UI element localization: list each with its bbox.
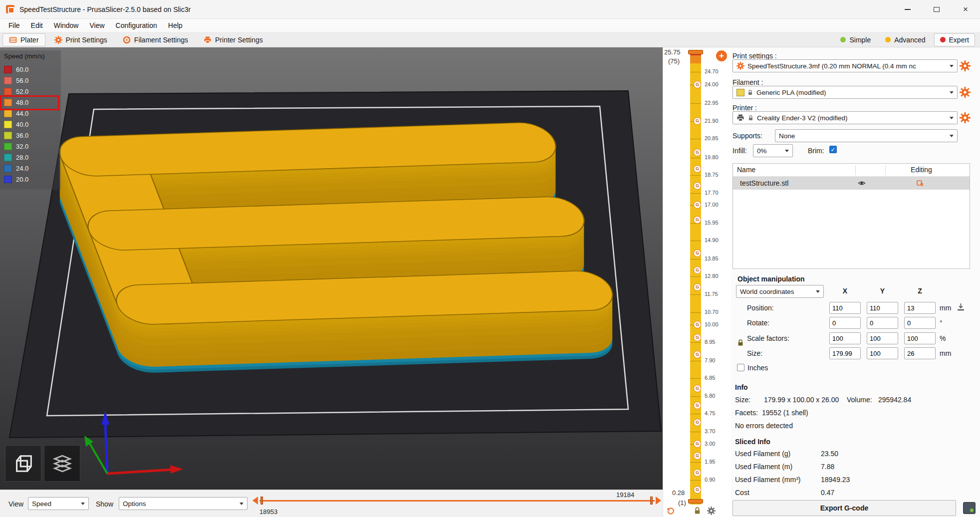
gcode-marker[interactable]: G [694, 469, 701, 477]
moves-slider-lower-handle[interactable] [260, 497, 263, 505]
position-y-input[interactable] [867, 302, 898, 314]
gcode-marker[interactable]: G [694, 117, 701, 125]
infill-select[interactable]: 0% [753, 144, 793, 157]
layer-slider-bottom-height: 0.28 [672, 489, 685, 497]
printer-icon [736, 114, 744, 122]
gcode-marker[interactable]: G [694, 321, 701, 328]
gcode-marker[interactable]: G [694, 385, 701, 392]
menu-edit[interactable]: Edit [25, 19, 48, 31]
eye-icon[interactable] [858, 179, 866, 187]
scale-x-input[interactable] [829, 332, 861, 344]
layer-tick [690, 193, 701, 194]
print-settings-label: Print settings : [733, 52, 777, 60]
supports-select[interactable]: None [775, 129, 958, 142]
print-settings-select[interactable]: SpeedTestStructure.3mf (0.20 mm NORMAL (… [733, 59, 958, 72]
layer-tick-label: 14.90 [705, 237, 719, 243]
show-select[interactable]: Options [119, 497, 247, 510]
mode-advanced-button[interactable]: Advanced [879, 33, 931, 46]
close-button[interactable]: × [951, 0, 980, 18]
menu-window[interactable]: Window [48, 19, 84, 31]
inches-checkbox[interactable] [737, 364, 744, 371]
menu-help[interactable]: Help [163, 19, 188, 31]
rotate-unit: ° [940, 319, 943, 327]
slider-settings-gear-icon[interactable] [707, 507, 716, 515]
layer-tick-label: 7.90 [705, 357, 715, 363]
print-settings-icon [54, 36, 62, 44]
gcode-marker[interactable]: G [694, 334, 701, 341]
export-gcode-button[interactable]: Export G-code [733, 500, 956, 516]
size-y-input[interactable] [867, 347, 898, 359]
layer-slider-lower-handle[interactable] [688, 499, 703, 504]
mode-simple-button[interactable]: Simple [834, 33, 877, 46]
right-panel: Print settings : SpeedTestStructure.3mf … [731, 47, 980, 517]
gcode-marker[interactable]: G [694, 440, 701, 448]
size-z-input[interactable] [904, 347, 936, 359]
drop-to-bed-icon[interactable] [957, 303, 965, 311]
view-select[interactable]: Speed [28, 497, 89, 510]
gcode-marker[interactable]: G [694, 452, 701, 460]
legend-value: 52.0 [16, 88, 28, 95]
rotate-y-input[interactable] [867, 317, 898, 329]
undo-icon[interactable] [666, 507, 675, 516]
gcode-marker[interactable]: G [694, 351, 701, 358]
gcode-marker[interactable]: G [694, 165, 701, 173]
tab-print-settings[interactable]: Print Settings [48, 33, 114, 46]
printer-select[interactable]: Creality Ender-3 V2 (modified) [733, 111, 958, 124]
gcode-marker[interactable]: G [694, 201, 701, 209]
tab-filament-settings[interactable]: Filament Settings [116, 33, 195, 46]
chevron-down-icon [950, 65, 954, 67]
preview-view-button[interactable] [44, 445, 80, 482]
layer-slider-upper-handle[interactable] [688, 50, 703, 54]
filament-color-swatch [736, 89, 744, 96]
tab-printer-settings[interactable]: Printer Settings [197, 33, 269, 46]
gcode-marker[interactable]: G [694, 419, 701, 426]
moves-slider-track[interactable] [259, 500, 655, 502]
gcode-marker[interactable]: G [694, 402, 701, 409]
rotate-z-input[interactable] [904, 317, 936, 329]
status-icon [963, 502, 976, 514]
position-x-input[interactable] [829, 302, 861, 314]
scale-y-input[interactable] [867, 332, 898, 344]
tab-plater[interactable]: Plater [2, 33, 45, 46]
lock-icon [747, 89, 753, 96]
menu-view[interactable]: View [84, 19, 110, 31]
uniform-scale-lock-icon[interactable] [736, 339, 744, 347]
scale-z-input[interactable] [904, 332, 936, 344]
size-x-input[interactable] [829, 347, 861, 359]
gcode-marker[interactable]: G [694, 216, 701, 224]
edit-object-icon[interactable] [917, 179, 925, 187]
rotate-x-input[interactable] [829, 317, 861, 329]
layer-tick-label: 1.95 [705, 459, 715, 465]
brim-checkbox[interactable]: ✓ [829, 146, 837, 153]
legend-item: 20.0 [4, 174, 61, 185]
object-row[interactable]: testStructure.stl [733, 177, 970, 190]
printer-gear-button[interactable] [960, 112, 971, 123]
position-z-input[interactable] [904, 302, 936, 314]
minimize-button[interactable] [893, 0, 922, 18]
moves-slider-upper-handle[interactable] [650, 497, 653, 505]
gcode-marker[interactable]: G [694, 283, 701, 291]
gcode-marker[interactable]: G [694, 149, 701, 156]
maximize-button[interactable] [922, 0, 951, 18]
moves-slider-right-arrow[interactable] [656, 497, 661, 505]
gcode-marker[interactable]: G [694, 81, 701, 88]
filament-gear-button[interactable] [960, 87, 971, 98]
3d-viewport[interactable]: Speed (mm/s) 60.056.052.048.044.040.036.… [0, 47, 663, 517]
menu-configuration[interactable]: Configuration [110, 19, 163, 31]
legend-value: 28.0 [16, 154, 28, 161]
gcode-marker[interactable]: G [694, 250, 701, 257]
col-name: Name [737, 166, 755, 174]
lock-icon[interactable] [693, 507, 702, 515]
moves-slider-left-arrow[interactable] [252, 497, 258, 505]
editor-view-button[interactable] [5, 445, 41, 482]
coordinates-select[interactable]: World coordinates [736, 285, 824, 298]
mode-expert-button[interactable]: Expert [934, 33, 975, 46]
gcode-marker[interactable]: G [694, 266, 701, 274]
print-settings-gear-button[interactable] [960, 60, 971, 71]
gcode-marker[interactable]: G [694, 486, 701, 494]
gcode-marker[interactable]: G [694, 182, 701, 190]
add-color-change-button[interactable]: + [716, 50, 727, 61]
menu-file[interactable]: File [3, 19, 25, 31]
filament-settings-icon [123, 36, 131, 44]
filament-select[interactable]: Generic PLA (modified) [733, 86, 958, 99]
